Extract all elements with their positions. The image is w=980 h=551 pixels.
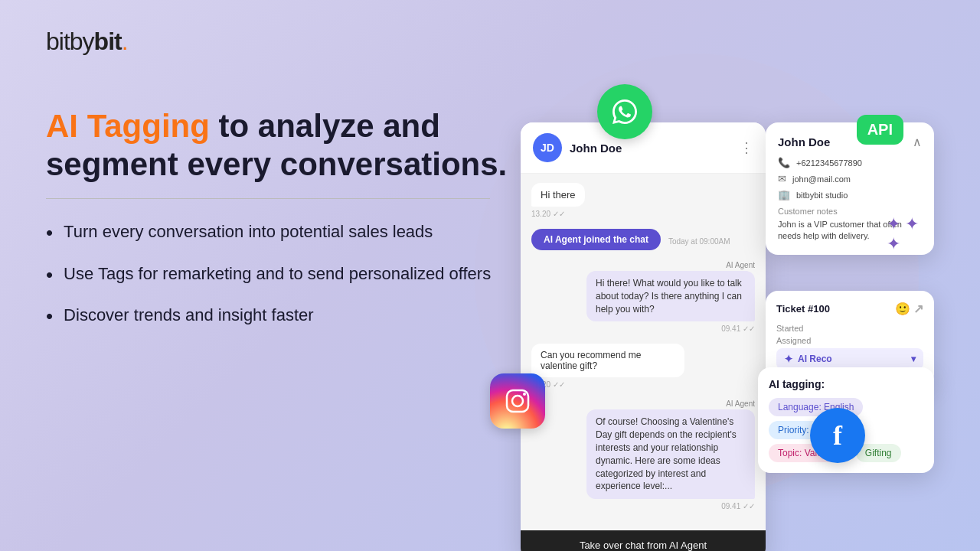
contact-expand-icon[interactable]: ∧ xyxy=(913,135,922,149)
svg-point-2 xyxy=(523,393,526,396)
msg-ai-greeting: AI Agent Hi there! What would you like t… xyxy=(531,261,755,339)
msg-ai-response: AI Agent Of course! Choosing a Valentine… xyxy=(531,399,755,517)
bullet-item-3: Discover trends and insight faster xyxy=(46,304,521,330)
ai-reco-star-icon: ✦ xyxy=(784,353,793,365)
contact-phone: 📞 +6212345677890 xyxy=(778,157,922,168)
take-over-button[interactable]: Take over chat from AI Agent xyxy=(521,530,766,551)
msg-hi-there: Hi there 13.20 ✓✓ xyxy=(531,183,755,224)
msg-received-text: Hi there xyxy=(531,183,585,207)
chat-avatar: JD xyxy=(533,133,562,162)
msg-ai-greeting-text: Hi there! What would you like to talk ab… xyxy=(586,271,755,321)
ticket-icons: 🙂 ↗ xyxy=(895,302,923,316)
contact-email: ✉ john@mail.com xyxy=(778,173,922,184)
contact-name: John Doe xyxy=(778,135,830,148)
logo-bit2: bit xyxy=(94,28,122,55)
ticket-started-label: Started xyxy=(776,324,923,333)
headline: AI Tagging to analyze and segment every … xyxy=(46,107,521,184)
bullet-list: Turn every conversation into potential s… xyxy=(46,220,521,330)
phone-icon: 📞 xyxy=(778,157,790,168)
stars-decoration: ✦ ✦✦ xyxy=(887,214,919,254)
chat-menu-dots[interactable]: ⋮ xyxy=(740,139,753,156)
agent-joined-time: Today at 09:00AM xyxy=(668,237,730,246)
agent-joined-banner: AI Agent joined the chat xyxy=(531,229,661,250)
contact-company: 🏢 bitbybit studio xyxy=(778,189,922,201)
headline-highlight: AI Tagging xyxy=(46,108,210,144)
bullet-item-2: Use Tags for remarketing and to send per… xyxy=(46,262,521,289)
api-badge: API xyxy=(857,115,903,145)
chat-body: Hi there 13.20 ✓✓ AI Agent joined the ch… xyxy=(521,174,766,530)
headline-divider xyxy=(46,198,490,200)
left-content: AI Tagging to analyze and segment every … xyxy=(46,107,521,345)
whatsapp-icon xyxy=(597,84,652,139)
bullet-item-1: Turn every conversation into potential s… xyxy=(46,220,521,246)
dropdown-chevron-icon: ▾ xyxy=(911,354,916,364)
ticket-header: Ticket #100 🙂 ↗ xyxy=(776,302,923,316)
ai-tagging-title: AI tagging: xyxy=(769,378,923,390)
chat-panel: JD John Doe ⋮ Hi there 13.20 ✓✓ AI Agent… xyxy=(521,122,766,551)
logo-dot: . xyxy=(122,28,128,55)
ticket-assigned-label: Assigned xyxy=(776,336,923,345)
logo-bit1: bit xyxy=(46,28,70,55)
msg-user-valentine: Can you recommend me valentine gift? 13.… xyxy=(531,344,755,395)
email-icon: ✉ xyxy=(778,173,786,184)
mockup-area: f API ✦ ✦✦ JD John Doe ⋮ Hi there 13.20 … xyxy=(475,46,949,505)
agent-joined-row: AI Agent joined the chat Today at 09:00A… xyxy=(531,229,755,253)
logo: bitbybit. xyxy=(46,28,128,56)
ai-reco-dropdown[interactable]: ✦ AI Reco ▾ xyxy=(776,348,923,370)
chat-contact-name: John Doe xyxy=(570,142,740,155)
msg-ai-response-text: Of course! Choosing a Valentine's Day gi… xyxy=(586,409,755,499)
svg-point-1 xyxy=(512,396,523,406)
logo-by: by xyxy=(70,28,94,55)
facebook-icon: f xyxy=(810,408,865,463)
company-icon: 🏢 xyxy=(778,189,790,201)
msg-user-valentine-text: Can you recommend me valentine gift? xyxy=(531,344,684,377)
instagram-icon xyxy=(490,373,545,429)
